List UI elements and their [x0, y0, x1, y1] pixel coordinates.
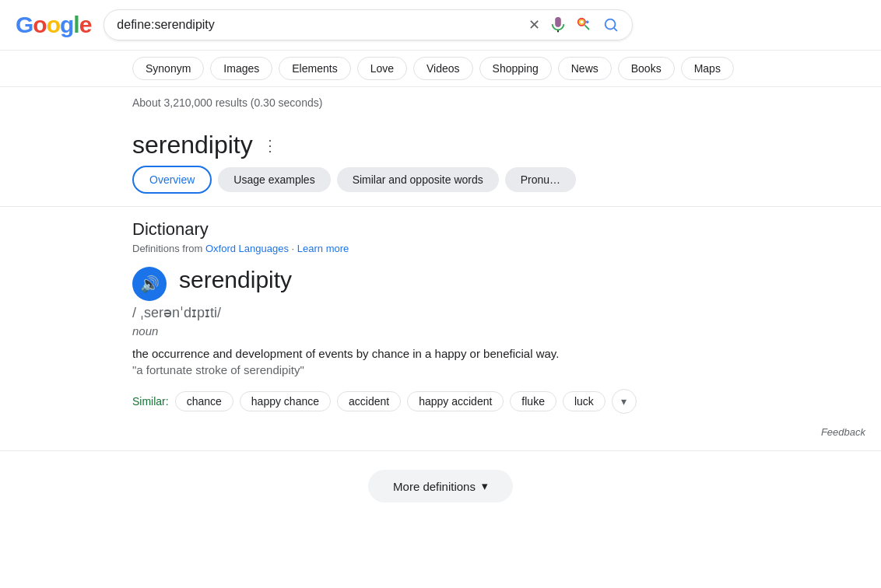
more-options-button[interactable]: ⋮: [262, 136, 279, 155]
similar-label: Similar:: [132, 395, 169, 408]
logo-letter-e: e: [79, 12, 92, 37]
source-prefix: Definitions from: [132, 243, 202, 254]
svg-point-3: [586, 21, 589, 24]
clear-button[interactable]: ✕: [528, 16, 540, 33]
lens-search-button[interactable]: [576, 16, 593, 33]
feedback-row: Feedback: [0, 426, 881, 438]
more-definitions-label: More definitions: [393, 480, 476, 493]
logo-letter-g2: g: [60, 12, 73, 37]
tab-usage-examples[interactable]: Usage examples: [218, 167, 330, 192]
voice-search-button[interactable]: [549, 16, 567, 33]
part-of-speech: noun: [132, 324, 685, 338]
similar-chip-chance[interactable]: chance: [175, 391, 233, 411]
speaker-icon: 🔊: [140, 275, 160, 293]
more-definitions-section: More definitions ▾: [0, 464, 881, 515]
svg-rect-0: [557, 30, 559, 32]
more-definitions-chevron-icon: ▾: [482, 479, 488, 493]
filter-chip-maps[interactable]: Maps: [681, 57, 734, 80]
word-title: serendipity: [132, 131, 253, 159]
entry-word: serendipity: [179, 267, 292, 293]
word-entry-info: serendipity: [179, 267, 292, 293]
filter-chip-synonym[interactable]: Synonym: [132, 57, 204, 80]
tab-overview[interactable]: Overview: [132, 166, 212, 194]
filter-chip-news[interactable]: News: [558, 57, 612, 80]
search-input[interactable]: [117, 18, 519, 32]
filter-chip-images[interactable]: Images: [210, 57, 272, 80]
divider: [0, 206, 881, 207]
word-entry: 🔊 serendipity: [132, 267, 685, 301]
logo-letter-g: G: [16, 12, 33, 37]
feedback-link[interactable]: Feedback: [821, 426, 865, 438]
chevron-down-icon: ▾: [621, 395, 627, 408]
filter-chip-elements[interactable]: Elements: [279, 57, 350, 80]
similar-words-row: Similar: chance happy chance accident ha…: [132, 389, 685, 414]
speaker-button[interactable]: 🔊: [132, 267, 167, 301]
bottom-divider: [0, 450, 881, 451]
learn-more-link[interactable]: Learn more: [297, 243, 349, 254]
tab-similar-opposite[interactable]: Similar and opposite words: [337, 167, 499, 192]
similar-chip-luck[interactable]: luck: [563, 391, 605, 411]
filter-chips-row: Synonym Images Elements Love Videos Shop…: [0, 51, 881, 87]
word-header: serendipity ⋮: [0, 118, 881, 159]
source-sep: ·: [292, 243, 297, 254]
similar-chip-happy-accident[interactable]: happy accident: [407, 391, 504, 411]
similar-chip-happy-chance[interactable]: happy chance: [240, 391, 331, 411]
example-text: "a fortunate stroke of serendipity": [132, 363, 685, 376]
google-logo: Google: [16, 12, 91, 38]
svg-point-4: [605, 19, 616, 30]
logo-letter-o1: o: [33, 12, 46, 37]
logo-letter-l: l: [73, 12, 79, 37]
svg-point-2: [580, 20, 584, 24]
header: Google ✕: [0, 0, 881, 51]
definition-text: the occurrence and development of events…: [132, 347, 685, 360]
filter-chip-love[interactable]: Love: [357, 57, 407, 80]
tab-pronunciation[interactable]: Pronu…: [505, 167, 576, 192]
filter-chip-shopping[interactable]: Shopping: [479, 57, 552, 80]
dictionary-source: Definitions from Oxford Languages · Lear…: [132, 243, 685, 254]
more-definitions-button[interactable]: More definitions ▾: [368, 470, 513, 502]
filter-chip-videos[interactable]: Videos: [413, 57, 473, 80]
dictionary-section: Dictionary Definitions from Oxford Langu…: [0, 219, 700, 414]
dictionary-title: Dictionary: [132, 219, 685, 240]
word-tabs: Overview Usage examples Similar and oppo…: [0, 166, 881, 194]
phonetic: / ˌserənˈdɪpɪti/: [132, 304, 685, 321]
search-submit-button[interactable]: [602, 16, 620, 33]
oxford-languages-link[interactable]: Oxford Languages: [205, 243, 289, 254]
search-bar: ✕: [104, 9, 633, 40]
expand-similar-button[interactable]: ▾: [612, 389, 637, 414]
logo-letter-o2: o: [47, 12, 60, 37]
similar-chip-accident[interactable]: accident: [337, 391, 401, 411]
filter-chip-books[interactable]: Books: [618, 57, 675, 80]
similar-chip-fluke[interactable]: fluke: [510, 391, 556, 411]
results-count: About 3,210,000 results (0.30 seconds): [0, 87, 881, 118]
